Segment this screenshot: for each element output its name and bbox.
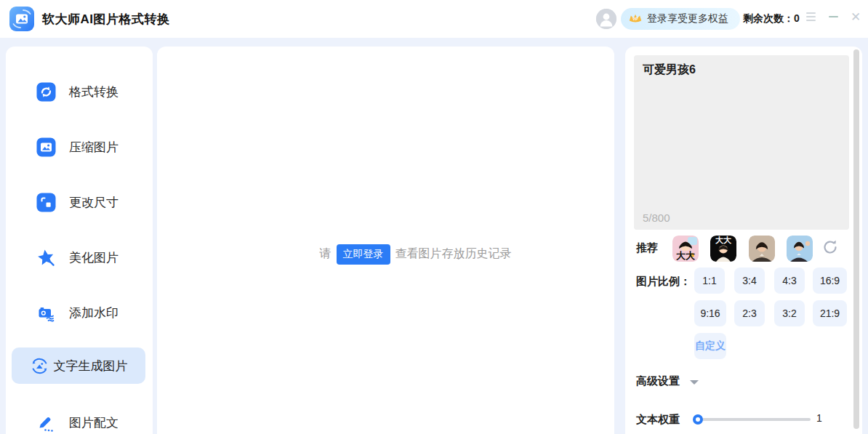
recommend-label: 推荐: [636, 241, 658, 255]
login-prompt-prefix: 请: [320, 247, 331, 260]
sidebar-item-compress-image[interactable]: 压缩图片: [6, 129, 153, 165]
panel-scrollbar[interactable]: [853, 49, 859, 429]
sidebar-item-label: 文字生成图片: [54, 358, 128, 374]
sidebar-item-format-convert[interactable]: 格式转换: [6, 73, 153, 110]
ratio-3-4[interactable]: 3:4: [734, 268, 765, 294]
sidebar-item-label: 压缩图片: [69, 139, 118, 156]
sidebar-item-label: 图片配文: [69, 414, 118, 431]
user-avatar[interactable]: [596, 9, 616, 29]
text-weight-value: 1: [816, 412, 822, 424]
text-to-image-icon: [30, 356, 49, 376]
slider-track[interactable]: [694, 418, 811, 421]
sidebar-item-watermark[interactable]: 添加水印: [6, 294, 153, 331]
login-benefits-button[interactable]: VIP 登录享受更多权益: [621, 8, 740, 30]
refresh-recommend-button[interactable]: [821, 238, 839, 256]
window-controls: ✕: [804, 10, 862, 23]
generation-settings-panel: 可爱男孩6 5/800 推荐 大大 大大: [625, 47, 862, 434]
prompt-input-box: 可爱男孩6 5/800: [634, 55, 849, 230]
person-icon: [596, 9, 616, 29]
title-bar: 软大师AI图片格式转换 VIP 登录享受更多权益 剩余次数：0 ✕: [0, 0, 868, 38]
compress-image-icon: [36, 137, 56, 157]
minimize-icon[interactable]: [827, 10, 840, 23]
login-benefits-label: 登录享受更多权益: [647, 12, 728, 25]
advanced-settings-label: 高级设置: [636, 374, 680, 388]
ratio-16-9[interactable]: 16:9: [813, 268, 847, 294]
beautify-star-icon: [36, 248, 56, 268]
sidebar-item-resize[interactable]: 更改尺寸: [6, 184, 153, 220]
ratio-9-16[interactable]: 9:16: [694, 300, 726, 326]
history-area: 请立即登录查看图片存放历史记录: [157, 47, 614, 434]
app-window: 软大师AI图片格式转换 VIP 登录享受更多权益 剩余次数：0 ✕: [0, 0, 868, 434]
ratio-1-1[interactable]: 1:1: [694, 268, 725, 294]
recommend-thumb-photo-boy-blue[interactable]: [787, 236, 813, 262]
refresh-icon: [821, 238, 839, 256]
sidebar-item-label: 添加水印: [69, 305, 118, 321]
recommend-thumb-photo-boy-beige[interactable]: [749, 236, 775, 262]
ratio-2-3[interactable]: 2:3: [734, 300, 765, 326]
caption-pencil-icon: [36, 413, 56, 433]
crown-vip-icon: VIP: [628, 12, 643, 25]
ratio-21-9[interactable]: 21:9: [813, 300, 847, 326]
resize-icon: [36, 193, 56, 212]
slider-thumb[interactable]: [693, 414, 703, 425]
text-weight-slider[interactable]: [694, 414, 811, 425]
text-weight-label: 文本权重: [636, 413, 680, 427]
app-logo-icon: [9, 6, 35, 32]
close-icon[interactable]: ✕: [849, 10, 862, 23]
sidebar-item-beautify[interactable]: 美化图片: [6, 239, 153, 276]
chevron-down-icon: [690, 380, 699, 385]
ratio-4-3[interactable]: 4:3: [774, 268, 805, 294]
remaining-count: 剩余次数：0: [743, 12, 800, 25]
login-now-button[interactable]: 立即登录: [337, 244, 390, 265]
char-counter: 5/800: [643, 212, 670, 224]
menu-icon[interactable]: [804, 10, 817, 23]
sidebar-item-label: 格式转换: [69, 84, 118, 100]
ratio-custom-button[interactable]: 自定义: [694, 333, 726, 359]
ratio-3-2[interactable]: 3:2: [774, 300, 805, 326]
ratio-label: 图片比例：: [636, 275, 691, 289]
format-convert-icon: [36, 82, 56, 102]
sidebar: 格式转换 压缩图片 更改尺寸 美化图片: [6, 47, 153, 434]
svg-text:大大: 大大: [676, 250, 696, 261]
recommend-thumb-anime-boy-pink[interactable]: 大大: [672, 236, 699, 262]
advanced-settings-toggle[interactable]: 高级设置: [636, 374, 699, 388]
prompt-textarea[interactable]: 可爱男孩6: [634, 55, 849, 201]
svg-text:大大: 大大: [715, 236, 732, 244]
watermark-camera-icon: [36, 303, 56, 323]
sidebar-item-caption[interactable]: 图片配文: [6, 404, 153, 434]
sidebar-item-text-to-image[interactable]: 文字生成图片: [12, 347, 145, 384]
svg-text:VIP: VIP: [632, 17, 638, 21]
sidebar-item-label: 美化图片: [69, 249, 118, 266]
login-prompt-suffix: 查看图片存放历史记录: [395, 247, 512, 260]
login-prompt: 请立即登录查看图片存放历史记录: [217, 244, 614, 265]
recommend-thumb-anime-boy-black[interactable]: 大大: [710, 236, 736, 262]
sidebar-item-label: 更改尺寸: [69, 194, 118, 211]
app-title: 软大师AI图片格式转换: [42, 11, 170, 28]
